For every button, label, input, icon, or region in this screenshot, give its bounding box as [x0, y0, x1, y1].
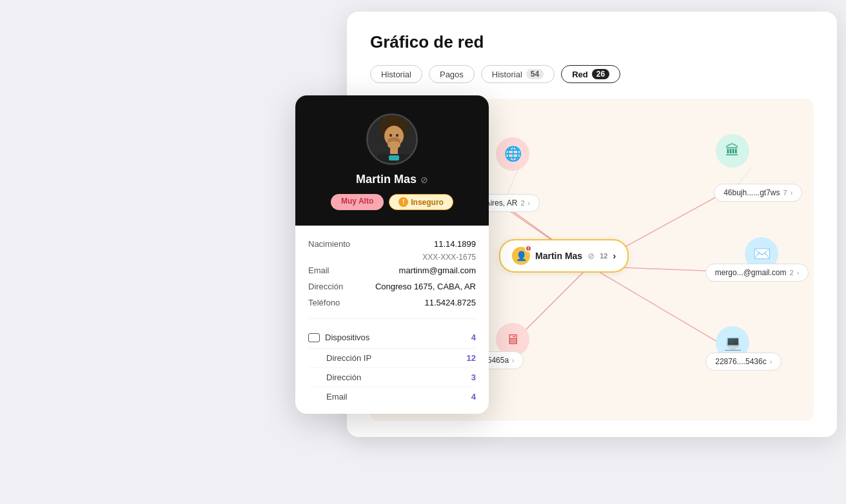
node-email-label: mergo...@gmail.com	[715, 268, 787, 277]
globe-icon: 🌐	[496, 137, 529, 171]
sub-direccion-label: Dirección	[326, 373, 361, 382]
badge-security: ! Inseguro	[389, 194, 453, 210]
card-name: Martin Mas	[356, 173, 417, 186]
svg-point-13	[389, 134, 392, 137]
bank-icon: 🏛	[716, 134, 749, 168]
sub-email-count: 4	[471, 392, 476, 402]
device-icon	[308, 333, 320, 342]
ip-label: Dirección IP	[326, 353, 371, 363]
node-email-address[interactable]: mergo...@gmail.com 2 ›	[705, 264, 809, 282]
node-device2-label: 22876....5436c	[715, 357, 766, 366]
tab-historial-54[interactable]: Historial 54	[481, 65, 555, 83]
telefono-value: 11.5424.8725	[424, 298, 476, 307]
telefono-label: Teléfono	[308, 298, 340, 307]
email-label: Email	[308, 266, 330, 275]
svg-point-19	[388, 141, 400, 149]
info-row-phone-secondary: XXX-XXX-1675	[308, 252, 476, 262]
sub-item-ip[interactable]: Dirección IP 12	[308, 349, 476, 368]
center-node-slash: ⊘	[587, 251, 595, 261]
info-row-direccion: Dirección Congreso 1675, CABA, AR	[308, 278, 476, 295]
tab-pagos[interactable]: Pagos	[429, 65, 475, 83]
tab-historial[interactable]: Historial	[370, 65, 422, 83]
center-node-count: 12	[600, 252, 607, 260]
email-value: martinm@gmail.com	[399, 266, 476, 275]
direccion-value: Congreso 1675, CABA, AR	[375, 282, 476, 291]
node-device2[interactable]: 22876....5436c ›	[705, 353, 782, 371]
card-badges: Muy Alto ! Inseguro	[331, 194, 453, 210]
avatar-image	[368, 115, 418, 165]
phone-value: XXX-XXX-1675	[422, 253, 476, 262]
profile-card: Martin Mas ⊘ Muy Alto ! Inseguro Nacimie…	[295, 95, 489, 414]
info-row-nacimiento: Nacimiento 11.14.1899	[308, 236, 476, 252]
center-node-avatar: 👤 !	[512, 247, 530, 265]
svg-point-14	[396, 134, 398, 137]
warn-icon: !	[398, 197, 408, 207]
tab-red[interactable]: Red 26	[561, 65, 620, 83]
tab-red-badge: 26	[592, 69, 609, 79]
sub-item-email[interactable]: Email 4	[308, 387, 476, 406]
info-row-email: Email martinm@gmail.com	[308, 262, 476, 278]
svg-line-7	[738, 168, 751, 186]
node-wallet[interactable]: 46bujh......gt7ws 7 ›	[714, 184, 802, 202]
center-node-alert: !	[525, 245, 532, 252]
center-node[interactable]: 👤 ! Martin Mas ⊘ 12 ›	[499, 239, 629, 273]
nacimiento-value: 11.14.1899	[434, 239, 476, 249]
card-name-row: Martin Mas ⊘	[356, 173, 428, 186]
dispositivos-count: 4	[471, 333, 476, 342]
card-header: Martin Mas ⊘ Muy Alto ! Inseguro	[295, 95, 489, 226]
node-wallet-label: 46bujh......gt7ws	[723, 188, 780, 197]
tab-historial-badge: 54	[526, 69, 544, 79]
list-item-dispositivos[interactable]: Dispositivos 4	[308, 327, 476, 349]
graph-title: Gráfico de red	[370, 32, 814, 52]
svg-rect-17	[389, 155, 399, 160]
info-row-telefono: Teléfono 11.5424.8725	[308, 295, 476, 311]
avatar	[366, 113, 418, 165]
badge-risk: Muy Alto	[331, 194, 384, 210]
sub-email-label: Email	[326, 392, 348, 402]
graph-tabs: Historial Pagos Historial 54 Red 26	[370, 65, 814, 83]
card-edit-icon: ⊘	[420, 175, 428, 185]
card-divider	[308, 318, 476, 319]
card-body: Nacimiento 11.14.1899 XXX-XXX-1675 Email…	[295, 226, 489, 414]
direccion-label: Dirección	[308, 282, 343, 291]
sub-direccion-count: 3	[471, 373, 476, 382]
center-node-name: Martin Mas	[535, 251, 582, 261]
sub-item-direccion[interactable]: Dirección 3	[308, 368, 476, 387]
ip-count: 12	[467, 353, 476, 363]
nacimiento-label: Nacimiento	[308, 239, 350, 249]
dispositivos-label: Dispositivos	[325, 333, 369, 342]
